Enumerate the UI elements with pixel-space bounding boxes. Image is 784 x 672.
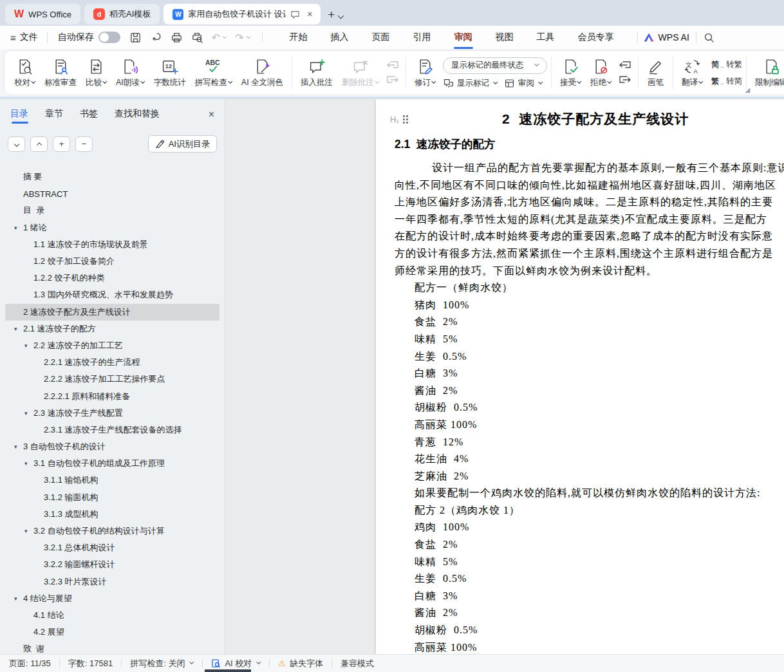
ink-brush-button[interactable]: 画笔 [642, 55, 669, 91]
collapse-triangle-icon[interactable]: ▾ [24, 342, 33, 349]
toc-item[interactable]: 3.1.3 成型机构 [5, 506, 219, 523]
print-icon[interactable] [171, 32, 183, 44]
menu-tab-视图[interactable]: 视图 [484, 26, 525, 48]
sidebar-tab-章节[interactable]: 章节 [45, 108, 63, 124]
toc-item[interactable]: 2.3.1 速冻饺子生产线配套设备的选择 [5, 422, 219, 438]
toc-item[interactable]: 3.2.2 输面螺杆设计 [5, 556, 219, 573]
collapse-triangle-icon[interactable]: ▾ [24, 460, 33, 467]
toc-item[interactable]: 1.1 速冻饺子的市场现状及前景 [5, 236, 219, 253]
menu-tab-插入[interactable]: 插入 [319, 26, 360, 48]
toc-item[interactable]: 摘 要 [5, 169, 219, 185]
menu-tab-审阅[interactable]: 审阅 [443, 26, 484, 48]
collapse-triangle-icon[interactable]: ▾ [14, 326, 23, 332]
collapse-triangle-icon[interactable]: ▾ [14, 595, 23, 602]
track-changes-button[interactable]: 修订 [410, 55, 440, 91]
toc-item[interactable]: ▾2.1 速冻饺子的配方 [5, 321, 219, 337]
accept-change-button[interactable]: 接受 [555, 55, 586, 91]
restrict-editing-button[interactable]: 限制编辑 [751, 55, 784, 91]
close-pane-icon[interactable]: × [209, 109, 214, 123]
document-canvas[interactable]: H₁ 2 速冻饺子配方及生产线设计 2.1 速冻饺子的配方 设计一组产品的配方首… [225, 99, 784, 654]
output-share-icon[interactable] [150, 32, 162, 44]
toc-item[interactable]: ▾2.2 速冻饺子的加工工艺 [5, 337, 219, 354]
redo-button[interactable]: ↷ [235, 32, 250, 44]
toc-item[interactable]: 3.1.2 输面机构 [5, 489, 219, 506]
delete-comment-button[interactable]: 删除批注 [337, 55, 384, 91]
toc-item[interactable]: ABSTRACT [5, 185, 219, 202]
toc-item[interactable]: ▾3 自动包饺子机的设计 [5, 438, 219, 455]
insert-comment-button[interactable]: 插入批注 [296, 55, 337, 91]
traditional-to-simplified-button[interactable]: 繁 转简 [711, 76, 742, 87]
previous-change-icon[interactable] [618, 60, 632, 71]
compatibility-mode-badge[interactable]: 兼容模式 [341, 658, 374, 669]
undo-button[interactable]: ↶ [212, 32, 227, 44]
reject-change-button[interactable]: 拒绝 [586, 55, 616, 91]
ai-proofread-status[interactable]: AI 校对 [211, 658, 261, 669]
comment-bubble-icon[interactable] [290, 10, 300, 19]
toc-item[interactable]: 1.2.2 饺子机的种类 [5, 270, 219, 286]
close-tab-icon[interactable]: × [304, 9, 315, 19]
proofread-button[interactable]: 校对 [10, 55, 40, 91]
toc-item[interactable]: 3.2.3 叶片泵设计 [5, 574, 219, 590]
autosave-toggle[interactable] [98, 32, 120, 43]
toc-item[interactable]: ▾2.3 速冻饺子生产线配置 [5, 405, 219, 422]
search-icon[interactable] [703, 32, 715, 44]
spellcheck-status[interactable]: 拼写检查: 关闭 [130, 658, 194, 669]
drag-handle-icon[interactable] [403, 115, 408, 124]
zoom-out-outline-button[interactable]: − [75, 136, 93, 152]
redo-caret-icon[interactable] [246, 33, 250, 38]
review-pane-button[interactable]: 审阅 [504, 78, 543, 89]
sidebar-tab-查找和替换[interactable]: 查找和替换 [115, 108, 160, 124]
autosave-control[interactable]: 自动保存 [58, 32, 120, 43]
ai-read-aloud-button[interactable]: AI朗读 [111, 55, 149, 91]
toc-item[interactable]: 2.2.2.1 原料和辅料准备 [5, 387, 219, 404]
toc-item[interactable]: 2.2.2 速冻饺子加工工艺操作要点 [5, 371, 219, 387]
collapse-triangle-icon[interactable]: ▾ [14, 225, 23, 231]
page-indicator[interactable]: 页面: 11/35 [9, 658, 51, 669]
collapse-triangle-icon[interactable]: ▾ [24, 528, 33, 534]
tab-list-caret-icon[interactable] [338, 13, 344, 19]
standard-review-button[interactable]: 标准审查 [40, 55, 81, 91]
show-markup-button[interactable]: 显示标记 [443, 78, 498, 89]
toc-item[interactable]: 1.2 饺子加工设备简介 [5, 253, 219, 270]
menu-tab-开始[interactable]: 开始 [278, 26, 319, 48]
toc-item[interactable]: 3.1.1 输馅机构 [5, 472, 219, 489]
word-count-indicator[interactable]: 字数: 17581 [68, 658, 113, 669]
toc-item[interactable]: 2.2.1 速冻饺子的生产流程 [5, 354, 219, 371]
menu-tab-引用[interactable]: 引用 [402, 26, 443, 48]
file-menu-button[interactable]: ≡ 文件 [8, 32, 41, 43]
collapse-triangle-icon[interactable]: ▾ [24, 410, 33, 416]
ai-recognize-toc-button[interactable]: AI识别目录 [148, 135, 217, 153]
document-page[interactable]: H₁ 2 速冻饺子配方及生产线设计 2.1 速冻饺子的配方 设计一组产品的配方首… [376, 99, 784, 654]
spell-check-button[interactable]: ABC 拼写检查 [191, 55, 237, 91]
collapse-triangle-icon[interactable]: ▾ [14, 443, 23, 450]
toc-item[interactable]: 4.1 结论 [5, 607, 219, 624]
print-preview-icon[interactable] [191, 32, 203, 44]
expand-all-button[interactable] [30, 136, 48, 152]
next-comment-icon[interactable] [386, 75, 400, 86]
new-tab-button[interactable]: + [328, 8, 335, 22]
save-icon[interactable] [129, 32, 142, 44]
menu-tab-工具[interactable]: 工具 [525, 26, 566, 48]
toc-item[interactable]: 目 录 [5, 202, 219, 219]
tab-wps-office[interactable]: W WPS Office [5, 4, 80, 24]
missing-font-warning[interactable]: ⚠ 缺失字体 [278, 658, 323, 669]
simplified-to-traditional-button[interactable]: 简 转繁 [711, 59, 742, 70]
collapse-all-button[interactable] [8, 136, 25, 152]
toc-item[interactable]: ▾3.2 自动包饺子机的结构设计与计算 [5, 523, 219, 539]
toc-item[interactable]: 致 谢 [5, 640, 219, 654]
toc-item[interactable]: ▾4 结论与展望 [5, 590, 219, 607]
ai-polish-button[interactable]: AI 全文润色 [237, 55, 288, 91]
menu-tab-页面[interactable]: 页面 [360, 26, 402, 48]
heading-level-badge[interactable]: H₁ [390, 115, 408, 124]
group-expander-icon[interactable]: ◢ [745, 86, 750, 93]
menu-tab-会员专享[interactable]: 会员专享 [566, 26, 626, 48]
toc-item[interactable]: ▾3.1 自动包饺子机的组成及工作原理 [5, 455, 219, 472]
next-change-icon[interactable] [618, 75, 632, 86]
sidebar-tab-书签[interactable]: 书签 [80, 108, 98, 124]
translate-button[interactable]: 文A 翻译 [677, 55, 707, 91]
wps-ai-button[interactable]: WPS AI [644, 32, 689, 42]
toc-item[interactable]: ▾1 绪论 [5, 219, 219, 236]
previous-comment-icon[interactable] [386, 60, 400, 71]
sidebar-tab-目录[interactable]: 目录 [10, 108, 28, 124]
tab-docer-templates[interactable]: d 稻壳AI模板 [84, 4, 160, 24]
